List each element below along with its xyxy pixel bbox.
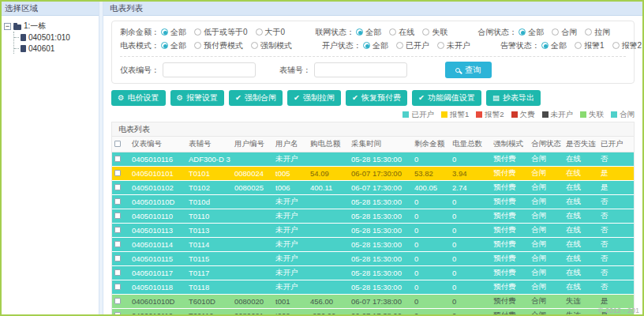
select-all-checkbox[interactable] <box>114 141 121 147</box>
radio-icon[interactable] <box>389 28 396 36</box>
legend-color-swatch <box>542 111 549 118</box>
alarm-setting-button[interactable]: ⚙报警设置 <box>170 90 225 106</box>
toolbar-button-label: 电价设置 <box>128 92 159 103</box>
collapse-icon[interactable] <box>4 23 11 30</box>
row-checkbox[interactable] <box>114 241 121 247</box>
radio-option[interactable]: 未开户 <box>437 40 470 51</box>
tree-node[interactable]: 040601 <box>14 43 96 54</box>
table-cell <box>308 252 349 266</box>
radio-selected-icon[interactable] <box>161 42 168 49</box>
radio-option[interactable]: 全部 <box>519 27 544 38</box>
radio-option[interactable]: 全部 <box>356 27 381 38</box>
radio-selected-icon[interactable] <box>363 42 370 49</box>
legend-label: 欠费 <box>520 110 535 120</box>
table-row[interactable]: 0405010113T0113未开户05-28 15:30:0000预付费合闸在… <box>112 224 634 238</box>
radio-label: 全部 <box>170 27 186 38</box>
radio-option[interactable]: 低于或等于0 <box>194 27 248 38</box>
filter-input[interactable] <box>163 62 256 77</box>
table-row[interactable]: 0405010102T01020080025t006400.1106-07 17… <box>112 181 634 195</box>
radio-icon[interactable] <box>552 28 559 36</box>
table-row[interactable]: 0405010101T01010080024t00554.0906-07 17:… <box>112 167 634 181</box>
table-row[interactable]: 0406010110T601100080021t002-956.0006-07 … <box>112 309 634 315</box>
table-cell: 53.82 <box>412 167 450 181</box>
select-all-cell <box>112 137 129 152</box>
table-row[interactable]: 0405010116ADF300-D 3未开户05-28 15:30:0000预… <box>112 152 634 167</box>
force-close-button[interactable]: ✔强制合闸 <box>229 90 283 106</box>
row-checkbox[interactable] <box>114 227 121 233</box>
radio-option[interactable]: 大于0 <box>256 27 286 38</box>
gear-icon: ⚙ <box>177 94 184 102</box>
toolbar-button-label: 强制拉闸 <box>303 92 335 103</box>
table-row[interactable]: 0405010115T0115未开户05-28 15:30:0000预付费合闸在… <box>112 252 634 266</box>
radio-icon[interactable] <box>194 42 201 49</box>
radio-option[interactable]: 失联 <box>422 27 447 38</box>
row-checkbox[interactable] <box>114 284 121 290</box>
radio-option[interactable]: 报警1 <box>575 40 605 51</box>
table-row[interactable]: 0405010114T0114未开户05-28 15:30:0000预付费合闸在… <box>112 238 634 252</box>
radio-option[interactable]: 合闸 <box>552 27 577 38</box>
force-open-button[interactable]: ✔强制拉闸 <box>287 90 341 106</box>
radio-option[interactable]: 在线 <box>389 27 414 38</box>
filter-group-label: 电表模式： <box>120 40 159 51</box>
threshold-setting-button[interactable]: ✔功能阈值设置 <box>412 90 481 106</box>
restore-prepaid-button[interactable]: ✔恢复预付费 <box>346 90 407 106</box>
toolbar-button-label: 恢复预付费 <box>361 92 401 103</box>
table-cell: 预付费 <box>491 295 529 309</box>
radio-icon[interactable] <box>194 28 201 36</box>
tree-node-label: 1:一栋 <box>24 21 46 32</box>
table-cell: 否 <box>598 209 634 224</box>
radio-icon[interactable] <box>256 28 263 36</box>
radio-icon[interactable] <box>585 28 592 36</box>
table-cell <box>232 209 273 224</box>
row-checkbox[interactable] <box>114 269 121 276</box>
row-checkbox[interactable] <box>114 312 121 314</box>
radio-option[interactable]: 预付费模式 <box>194 40 243 51</box>
table-cell: 未开户 <box>273 195 308 209</box>
table-cell: 0 <box>450 295 491 309</box>
radio-option[interactable]: 全部 <box>363 40 388 51</box>
row-checkbox[interactable] <box>114 184 121 190</box>
filter-group-label: 剩余金额： <box>120 27 159 38</box>
radio-option[interactable]: 全部 <box>161 27 186 38</box>
row-checkbox[interactable] <box>114 156 121 162</box>
table-row[interactable]: 0405010110T0110未开户05-28 15:30:0000预付费合闸在… <box>112 209 634 224</box>
radio-icon[interactable] <box>612 42 620 49</box>
radio-icon[interactable] <box>396 42 403 49</box>
tree-node[interactable]: 040501:010 <box>14 32 96 43</box>
row-checkbox[interactable] <box>114 255 121 261</box>
radio-icon[interactable] <box>422 28 429 36</box>
row-checkbox[interactable] <box>114 213 121 219</box>
table-cell: 未开户 <box>273 152 308 167</box>
table-cell: 05-28 15:30:00 <box>349 195 412 209</box>
table-cell: T0115 <box>186 252 232 266</box>
radio-selected-icon[interactable] <box>541 42 549 49</box>
radio-option[interactable]: 全部 <box>161 40 186 51</box>
radio-selected-icon[interactable] <box>356 28 363 36</box>
table-row[interactable]: 040501010DT010d未开户05-28 15:30:0000预付费合闸在… <box>112 195 634 209</box>
search-button[interactable]: 查询 <box>445 62 492 78</box>
row-checkbox[interactable] <box>114 170 121 176</box>
table-row[interactable]: 0405010118T0118未开户05-28 15:30:0000预付费合闸在… <box>112 280 634 295</box>
radio-option[interactable]: 已开户 <box>396 40 429 51</box>
table-row[interactable]: 040601010DT6010D0080020t001456.0006-07 1… <box>112 295 634 309</box>
radio-option[interactable]: 拉闸 <box>585 27 610 38</box>
search-icon <box>455 68 460 73</box>
row-checkbox[interactable] <box>114 298 121 304</box>
filter-input[interactable] <box>314 62 407 77</box>
radio-icon[interactable] <box>251 42 258 49</box>
tree-node-root[interactable]: 1:一栋 <box>4 21 96 32</box>
radio-selected-icon[interactable] <box>161 28 168 36</box>
table-cell: 否 <box>598 238 634 252</box>
radio-icon[interactable] <box>437 42 444 49</box>
radio-option[interactable]: 强制模式 <box>251 40 292 51</box>
radio-option[interactable]: 报警2 <box>612 40 642 51</box>
table-row[interactable]: 0405010117T0117未开户05-28 15:30:0000预付费合闸在… <box>112 266 634 280</box>
meter-export-button[interactable]: ▤抄表导出 <box>486 90 541 106</box>
radio-icon[interactable] <box>575 42 582 49</box>
table-cell: 在线 <box>564 224 598 238</box>
radio-option[interactable]: 全部 <box>541 40 567 51</box>
table-cell: 未开户 <box>273 238 308 252</box>
row-checkbox[interactable] <box>114 198 121 205</box>
radio-selected-icon[interactable] <box>519 28 526 36</box>
price-setting-button[interactable]: ⚙电价设置 <box>111 90 166 106</box>
